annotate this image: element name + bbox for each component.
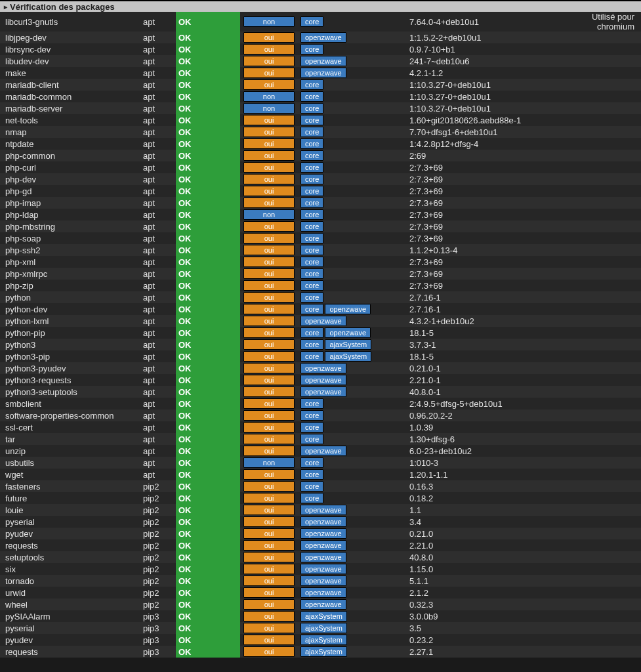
package-status: OK (176, 634, 240, 646)
package-type: pip2 (143, 516, 176, 528)
package-tags-cell: core (298, 43, 407, 55)
package-note (551, 480, 641, 492)
required-badge: oui (243, 257, 295, 267)
package-required-cell: non (240, 457, 298, 469)
package-version: 40.8.0 (407, 551, 551, 563)
required-badge: oui (243, 174, 295, 184)
package-name: pyserial (0, 516, 143, 528)
required-badge: oui (243, 410, 295, 421)
package-status: OK (176, 646, 240, 658)
section-header[interactable]: ▸ Vérification des packages (0, 0, 641, 12)
package-note (551, 209, 641, 220)
table-row: wheelpip2OKouiopenzwave0.32.3 (0, 598, 641, 610)
package-required-cell: oui (240, 126, 298, 138)
package-type: pip2 (143, 575, 176, 587)
package-version: 1.60+git20180626.aebd88e-1 (407, 114, 551, 126)
package-required-cell: oui (240, 197, 298, 209)
package-tags-cell: core (298, 150, 407, 161)
package-type: pip3 (143, 646, 176, 658)
package-required-cell: oui (240, 386, 298, 398)
package-type: pip2 (143, 598, 176, 610)
table-row: net-toolsaptOKouicore1.60+git20180626.ae… (0, 114, 641, 126)
package-required-cell: oui (240, 161, 298, 173)
package-note (551, 126, 641, 138)
tag-badge: core (300, 398, 323, 409)
package-tags-cell: core (298, 492, 407, 504)
required-badge: oui (243, 115, 295, 125)
table-row: python-lxmlaptOKouiopenzwave4.3.2-1+deb1… (0, 315, 641, 327)
package-note (551, 256, 641, 268)
package-type: apt (143, 339, 176, 350)
table-row: php-gdaptOKouicore2:7.3+69 (0, 185, 641, 197)
tag-badge: core (300, 198, 323, 208)
required-badge: oui (243, 599, 295, 610)
tag-badge: openzwave (300, 56, 346, 66)
package-name: ntpdate (0, 138, 143, 150)
required-badge: oui (243, 398, 295, 409)
table-row: requestspip3OKouiajaxSystem2.27.1 (0, 646, 641, 658)
package-name: libjpeg-dev (0, 32, 143, 43)
package-tags-cell: core (298, 256, 407, 268)
package-name: wheel (0, 598, 143, 610)
required-badge: oui (243, 138, 295, 149)
table-row: ntpdateaptOKouicore1:4.2.8p12+dfsg-4 (0, 138, 641, 150)
table-row: pyserialpip3OKouiajaxSystem3.5 (0, 622, 641, 634)
package-type: apt (143, 173, 176, 185)
package-required-cell: oui (240, 32, 298, 43)
package-status: OK (176, 126, 240, 138)
package-name: mariadb-server (0, 102, 143, 114)
package-tags-cell: coreajaxSystem (298, 350, 407, 362)
package-required-cell: oui (240, 220, 298, 232)
required-badge: non (243, 16, 295, 27)
table-row: smbclientaptOKouicore2:4.9.5+dfsg-5+deb1… (0, 398, 641, 410)
package-tags-cell: core (298, 480, 407, 492)
package-type: apt (143, 433, 176, 445)
package-type: apt (143, 445, 176, 457)
package-note (551, 516, 641, 528)
package-version: 1:010-3 (407, 457, 551, 469)
package-version: 0.16.3 (407, 480, 551, 492)
package-required-cell: oui (240, 374, 298, 386)
table-row: ssl-certaptOKouicore1.0.39 (0, 421, 641, 433)
package-note (551, 374, 641, 386)
required-badge: oui (243, 292, 295, 303)
package-note (551, 268, 641, 280)
package-tags-cell: core (298, 433, 407, 445)
package-note (551, 114, 641, 126)
package-version: 1.15.0 (407, 563, 551, 575)
package-type: pip2 (143, 539, 176, 551)
package-tags-cell: core (298, 421, 407, 433)
package-type: apt (143, 43, 176, 55)
package-required-cell: oui (240, 327, 298, 339)
package-type: apt (143, 398, 176, 410)
package-status: OK (176, 350, 240, 362)
required-badge: oui (243, 56, 295, 66)
package-note (551, 244, 641, 256)
package-note (551, 138, 641, 150)
required-badge: oui (243, 564, 295, 574)
package-note (551, 362, 641, 374)
required-badge: oui (243, 446, 295, 456)
required-badge: oui (243, 587, 295, 598)
package-status: OK (176, 268, 240, 280)
package-tags-cell: core (298, 173, 407, 185)
package-tags-cell: coreajaxSystem (298, 339, 407, 350)
required-badge: oui (243, 540, 295, 551)
tag-badge: core (300, 162, 323, 173)
package-required-cell: oui (240, 516, 298, 528)
table-row: php-xmlaptOKouicore2:7.3+69 (0, 256, 641, 268)
package-status: OK (176, 374, 240, 386)
table-row: requestspip2OKouiopenzwave2.21.0 (0, 539, 641, 551)
packages-table: libcurl3-gnutlsaptOKnoncore7.64.0-4+deb1… (0, 12, 641, 658)
package-status: OK (176, 280, 240, 291)
package-tags-cell: openzwave (298, 55, 407, 67)
table-row: pySIAAlarmpip3OKouiajaxSystem3.0.0b9 (0, 610, 641, 622)
required-badge: oui (243, 434, 295, 444)
package-tags-cell: openzwave (298, 539, 407, 551)
package-name: python3-setuptools (0, 386, 143, 398)
package-version: 241-7~deb10u6 (407, 55, 551, 67)
required-badge: oui (243, 493, 295, 503)
package-type: pip3 (143, 622, 176, 634)
package-required-cell: oui (240, 138, 298, 150)
package-name: php-gd (0, 185, 143, 197)
